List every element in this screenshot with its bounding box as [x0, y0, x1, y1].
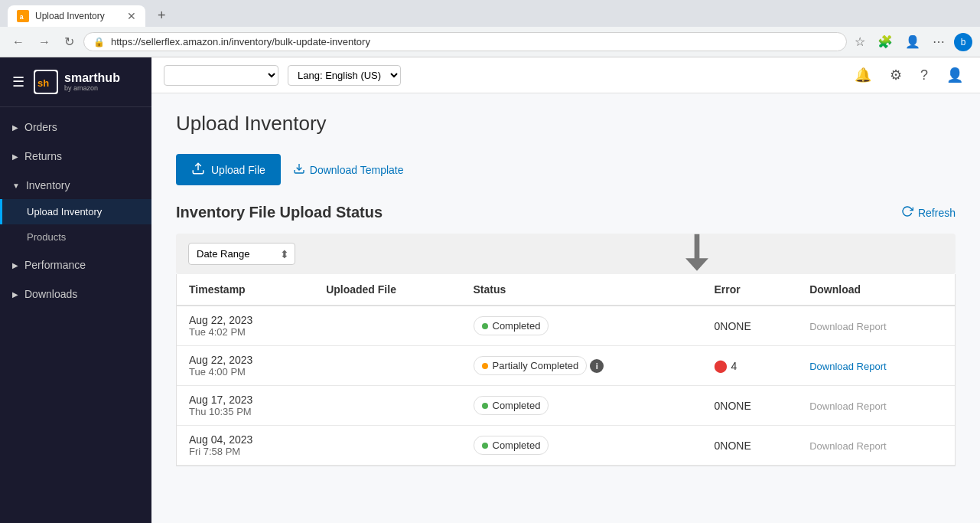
- sidebar-item-orders[interactable]: ▶ Orders: [0, 113, 151, 141]
- url-input[interactable]: [111, 36, 837, 47]
- hamburger-menu-button[interactable]: ☰: [12, 74, 24, 90]
- logo-sub: by amazon: [64, 84, 120, 92]
- sidebar-sub-products-label: Products: [27, 231, 66, 243]
- browser-titlebar: a Upload Inventory ✕ +: [0, 0, 980, 27]
- settings-icon[interactable]: ⚙: [885, 64, 907, 87]
- header-bar: Lang: English (US) 🔔 ⚙ ? 👤: [151, 57, 980, 93]
- download-template-button[interactable]: Download Template: [293, 162, 404, 177]
- help-icon[interactable]: ?: [916, 64, 933, 87]
- back-button[interactable]: ←: [8, 32, 29, 52]
- cell-error: 0NONE: [702, 386, 797, 426]
- svg-marker-7: [685, 258, 708, 271]
- col-error: Error: [702, 274, 797, 306]
- language-selector[interactable]: Lang: English (US): [288, 65, 401, 86]
- bookmark-icon[interactable]: ☆: [851, 31, 868, 52]
- timestamp-date: Aug 22, 2023: [189, 314, 301, 326]
- status-dot: [482, 363, 488, 369]
- table-header-row: Timestamp Uploaded File Status Error: [177, 274, 955, 306]
- cell-download: Download Report: [797, 426, 955, 466]
- download-template-label: Download Template: [310, 164, 404, 176]
- timestamp-time: Tue 4:02 PM: [189, 326, 301, 338]
- sidebar-item-returns[interactable]: ▶ Returns: [0, 142, 151, 170]
- store-selector[interactable]: [164, 65, 278, 86]
- cell-uploaded-file: [314, 306, 461, 346]
- date-range-selector[interactable]: Date Range: [188, 243, 295, 265]
- error-icon: ⬤: [714, 358, 728, 373]
- svg-rect-6: [695, 234, 700, 259]
- refresh-button[interactable]: Refresh: [901, 205, 956, 220]
- download-report-link: Download Report: [809, 400, 886, 412]
- status-badge: Completed: [474, 436, 549, 455]
- extensions-icon[interactable]: 🧩: [874, 31, 896, 52]
- cell-timestamp: Aug 17, 2023Thu 10:35 PM: [177, 386, 314, 426]
- main-area: Lang: English (US) 🔔 ⚙ ? 👤 Upload Invent…: [151, 57, 980, 523]
- cell-status: Completed: [461, 426, 702, 466]
- svg-text:sh: sh: [37, 77, 49, 89]
- cell-uploaded-file: [314, 426, 461, 466]
- nav-group-downloads: ▶ Downloads: [0, 280, 151, 308]
- bing-icon[interactable]: b: [954, 33, 972, 51]
- profile-icon[interactable]: 👤: [902, 31, 923, 52]
- download-report-link[interactable]: Download Report: [809, 361, 886, 372]
- tab-favicon: a: [17, 10, 29, 22]
- sidebar-item-performance[interactable]: ▶ Performance: [0, 251, 151, 279]
- upload-file-label: Upload File: [211, 164, 265, 176]
- cell-timestamp: Aug 22, 2023Tue 4:02 PM: [177, 306, 314, 346]
- timestamp-date: Aug 17, 2023: [189, 394, 301, 406]
- browser-tab[interactable]: a Upload Inventory ✕: [8, 5, 145, 27]
- download-report-link: Download Report: [809, 440, 886, 452]
- col-status: Status: [461, 274, 702, 306]
- tab-close-button[interactable]: ✕: [127, 10, 136, 22]
- main-content: Upload Inventory Upload File: [151, 93, 980, 523]
- timestamp-time: Fri 7:58 PM: [189, 446, 301, 457]
- page-title: Upload Inventory: [176, 112, 956, 136]
- logo-icon: sh: [34, 70, 58, 94]
- notification-icon[interactable]: 🔔: [850, 64, 876, 87]
- uploads-table: Timestamp Uploaded File Status Error: [177, 274, 955, 466]
- status-label: Completed: [493, 400, 541, 411]
- timestamp-date: Aug 22, 2023: [189, 354, 301, 366]
- error-none: 0NONE: [714, 320, 750, 332]
- filter-bar: Date Range ⬍: [176, 234, 956, 274]
- more-options-icon[interactable]: ⋯: [930, 31, 948, 52]
- sidebar-item-orders-label: Orders: [24, 121, 57, 133]
- table-row: Aug 04, 2023Fri 7:58 PMCompleted0NONEDow…: [177, 426, 955, 466]
- status-label: Partially Completed: [493, 360, 579, 371]
- col-uploaded-file: Uploaded File: [314, 274, 461, 306]
- forward-button[interactable]: →: [34, 32, 55, 52]
- download-template-icon: [293, 162, 305, 177]
- sidebar-item-upload-inventory[interactable]: Upload Inventory: [0, 199, 151, 224]
- info-icon[interactable]: i: [590, 359, 604, 373]
- sidebar-item-downloads-label: Downloads: [24, 288, 77, 300]
- refresh-label: Refresh: [918, 207, 956, 219]
- upload-file-button[interactable]: Upload File: [176, 154, 281, 185]
- sort-arrow-container: [683, 234, 711, 274]
- error-cell: ⬤4: [714, 358, 785, 373]
- address-bar[interactable]: 🔒: [83, 32, 847, 51]
- download-report-link: Download Report: [809, 321, 886, 332]
- cell-uploaded-file: [314, 346, 461, 386]
- section-header: Inventory File Upload Status Refresh: [176, 204, 956, 221]
- sidebar-item-products[interactable]: Products: [0, 224, 151, 250]
- section-title: Inventory File Upload Status: [176, 204, 383, 221]
- refresh-icon: [901, 205, 913, 220]
- logo-text-container: smarthub by amazon: [64, 72, 120, 92]
- user-profile-icon[interactable]: 👤: [942, 64, 968, 87]
- new-tab-button[interactable]: +: [151, 5, 172, 27]
- error-none: 0NONE: [714, 400, 750, 412]
- status-dot: [482, 323, 488, 329]
- sidebar-item-returns-label: Returns: [24, 150, 62, 162]
- sidebar-item-downloads[interactable]: ▶ Downloads: [0, 280, 151, 308]
- sidebar-item-inventory[interactable]: ▼ Inventory: [0, 172, 151, 199]
- status-dot: [482, 403, 488, 409]
- reload-button[interactable]: ↻: [60, 31, 79, 52]
- lock-icon: 🔒: [93, 37, 105, 47]
- table-body: Aug 22, 2023Tue 4:02 PMCompleted0NONEDow…: [177, 306, 955, 466]
- cell-uploaded-file: [314, 386, 461, 426]
- table-row: Aug 17, 2023Thu 10:35 PMCompleted0NONEDo…: [177, 386, 955, 426]
- svg-text:a: a: [20, 12, 24, 20]
- col-download: Download: [797, 274, 955, 306]
- nav-group-returns: ▶ Returns: [0, 142, 151, 170]
- cell-timestamp: Aug 22, 2023Tue 4:00 PM: [177, 346, 314, 386]
- table-header: Timestamp Uploaded File Status Error: [177, 274, 955, 306]
